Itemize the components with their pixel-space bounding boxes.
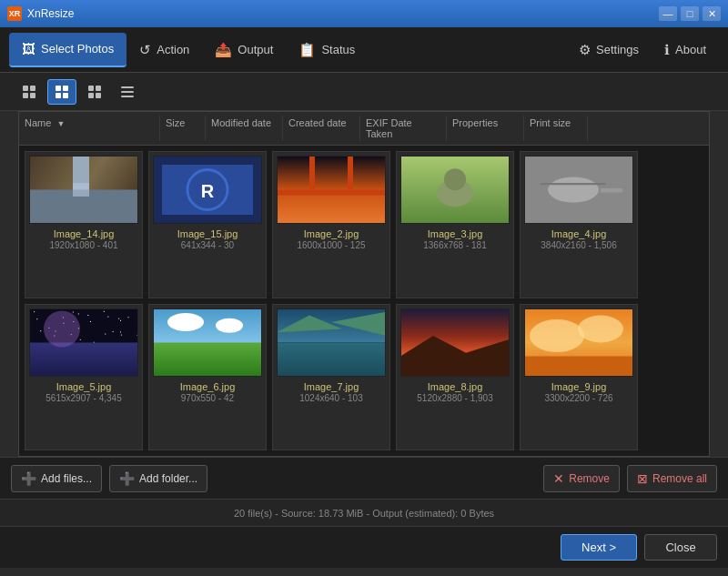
file-item-name: Image_14.jpg [54,227,115,240]
footer-bar: Next > Close [0,526,728,568]
svg-rect-9 [96,86,101,91]
view-grid-small-button[interactable] [15,79,44,105]
window-close-button[interactable]: ✕ [703,6,721,21]
col-header-modified[interactable]: Modified date [206,116,283,141]
menu-status[interactable]: 📋 Status [286,33,368,67]
file-item-name: Image_7.jpg [304,380,359,393]
minimize-button[interactable]: — [659,6,677,21]
svg-rect-7 [63,93,68,98]
add-files-label: Add files... [41,472,92,485]
file-item[interactable]: Image_14.jpg1920x1080 - 401 [25,151,143,298]
remove-all-button[interactable]: ⊠ Remove all [627,465,717,492]
menu-select-photos[interactable]: 🖼 Select Photos [9,33,126,67]
menu-action[interactable]: ↺ Action [126,33,202,67]
file-item-info: 5120x2880 - 1,903 [417,393,492,403]
file-item-info: 3840x2160 - 1,506 [541,240,616,250]
svg-rect-5 [63,86,68,91]
file-item-info: 1600x1000 - 125 [297,240,365,250]
action-icon: ↺ [139,42,151,58]
svg-rect-3 [30,93,35,98]
close-button[interactable]: Close [644,534,717,561]
remove-all-icon: ⊠ [637,471,648,486]
col-header-size[interactable]: Size [160,116,206,141]
file-item[interactable]: Image_9.jpg3300x2200 - 726 [520,304,638,451]
view-list-button[interactable] [113,79,142,105]
remove-button[interactable]: ✕ Remove [543,465,620,492]
svg-rect-1 [30,86,35,91]
file-item-name: Image_4.jpg [551,227,607,240]
file-item[interactable]: Image_2.jpg1600x1000 - 125 [272,151,390,298]
svg-rect-11 [96,93,101,98]
file-item-info: 1920x1080 - 401 [49,240,117,250]
svg-rect-4 [56,86,61,91]
col-header-name[interactable]: Name ▼ [19,116,160,141]
file-grid: Image_14.jpg1920x1080 - 401Image_15.jpg6… [19,146,709,456]
sort-icon: ▼ [56,119,65,128]
file-item[interactable]: Image_5.jpg5615x2907 - 4,345 [25,304,143,451]
file-item-name: Image_15.jpg [177,227,238,240]
about-icon: ℹ [664,42,670,58]
file-item-info: 970x550 - 42 [181,393,234,403]
file-item-info: 641x344 - 30 [181,240,234,250]
col-header-exif[interactable]: EXIF Date Taken [360,116,447,141]
add-files-icon: ➕ [21,471,36,486]
file-item-name: Image_2.jpg [304,227,359,240]
file-item-info: 3300x2200 - 726 [544,393,612,403]
file-item[interactable]: Image_8.jpg5120x2880 - 1,903 [396,304,514,451]
status-icon: 📋 [298,42,316,58]
bottom-action-bar: ➕ Add files... ➕ Add folder... ✕ Remove … [0,457,728,499]
file-item-name: Image_8.jpg [428,380,483,393]
col-header-print-size[interactable]: Print size [524,116,588,141]
file-item-info: 5615x2907 - 4,345 [46,393,121,403]
view-grid-large-button[interactable] [80,79,109,105]
col-header-created[interactable]: Created date [283,116,360,141]
remove-all-label: Remove all [652,472,707,485]
file-item[interactable]: Image_6.jpg970x550 - 42 [148,304,267,451]
file-item[interactable]: Image_4.jpg3840x2160 - 1,506 [520,151,638,298]
menu-settings[interactable]: ⚙ Settings [566,33,652,67]
svg-rect-2 [23,93,28,98]
file-item-info: 1366x768 - 181 [423,240,487,250]
output-icon: 📤 [215,42,232,58]
title-bar: XR XnResize — □ ✕ [0,0,728,27]
svg-rect-10 [88,93,94,98]
file-list-container: Name ▼ Size Modified date Created date E… [18,111,710,457]
file-item[interactable]: Image_3.jpg1366x768 - 181 [396,151,514,298]
menu-bar: 🖼 Select Photos ↺ Action 📤 Output 📋 Stat… [0,27,728,73]
add-folder-button[interactable]: ➕ Add folder... [109,465,207,492]
next-button[interactable]: Next > [561,534,637,561]
remove-icon: ✕ [553,471,564,486]
menu-output[interactable]: 📤 Output [202,33,286,67]
svg-rect-6 [56,93,61,98]
app-title: XnResize [27,7,74,20]
menu-output-label: Output [238,43,273,56]
select-photos-icon: 🖼 [22,41,35,56]
file-item-name: Image_9.jpg [551,380,607,393]
menu-action-label: Action [157,43,189,56]
svg-rect-14 [121,96,134,97]
view-toolbar [0,73,728,111]
file-item-info: 1024x640 - 103 [299,393,363,403]
settings-icon: ⚙ [579,42,591,58]
svg-rect-13 [121,91,134,93]
file-item[interactable]: Image_7.jpg1024x640 - 103 [272,304,390,451]
add-files-button[interactable]: ➕ Add files... [11,465,102,492]
menu-about[interactable]: ℹ About [652,33,719,67]
col-header-properties[interactable]: Properties [447,116,524,141]
remove-label: Remove [569,472,610,485]
maximize-button[interactable]: □ [681,6,699,21]
menu-settings-label: Settings [596,43,639,56]
file-item-name: Image_3.jpg [428,227,483,240]
status-text: 20 file(s) - Source: 18.73 MiB - Output … [234,508,494,519]
svg-rect-8 [88,86,94,91]
file-item[interactable]: Image_15.jpg641x344 - 30 [148,151,267,298]
svg-rect-12 [121,86,134,88]
view-grid-medium-button[interactable] [47,79,76,105]
svg-rect-0 [23,86,28,91]
menu-select-photos-label: Select Photos [41,42,114,56]
menu-status-label: Status [321,43,355,56]
app-icon: XR [7,6,22,21]
file-item-name: Image_6.jpg [180,380,236,393]
add-folder-label: Add folder... [139,472,197,485]
status-bar: 20 file(s) - Source: 18.73 MiB - Output … [0,499,728,526]
